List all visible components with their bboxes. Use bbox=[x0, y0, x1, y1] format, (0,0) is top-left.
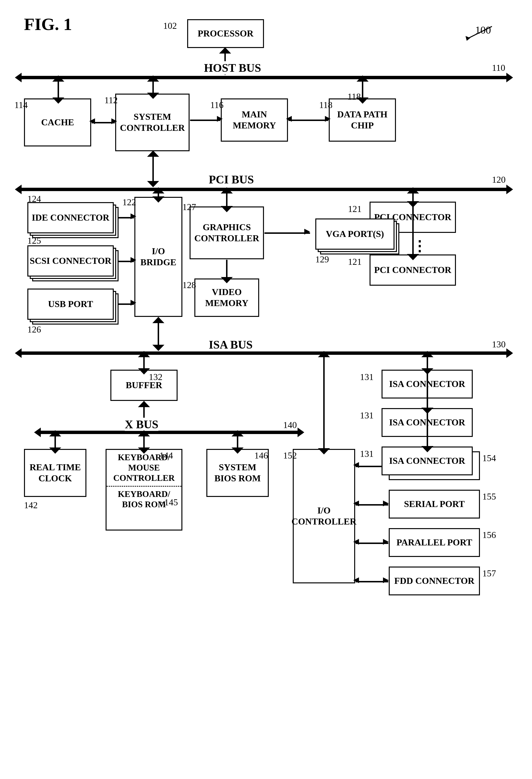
isa-con3-down bbox=[420, 445, 435, 453]
rtc-to-xbus-down bbox=[48, 447, 62, 454]
svg-marker-30 bbox=[221, 206, 233, 212]
svg-marker-23 bbox=[131, 214, 136, 219]
kbd-to-xbus-up bbox=[137, 430, 151, 437]
cache-to-hb-line bbox=[58, 79, 59, 99]
keyboard-mouse-box: KEYBOARD/ MOUSE CONTROLLER KEYBOARD/ BIO… bbox=[106, 449, 182, 531]
data-path-chip-box: DATA PATH CHIP bbox=[329, 99, 396, 142]
gc-to-vm-line bbox=[226, 260, 227, 279]
svg-marker-11 bbox=[356, 75, 369, 82]
sp2-num: 155 bbox=[482, 491, 496, 502]
svg-marker-52 bbox=[318, 351, 330, 357]
iob-to-isa-arrow-up bbox=[151, 316, 165, 323]
svg-marker-6 bbox=[111, 118, 117, 124]
svg-marker-31 bbox=[221, 277, 233, 283]
svg-marker-38 bbox=[15, 348, 21, 358]
main-memory-num: 116 bbox=[210, 100, 224, 110]
svg-marker-47 bbox=[49, 447, 61, 454]
graphics-controller-box: GRAPHICS CONTROLLER bbox=[190, 206, 264, 259]
ioctrl-to-isa-up bbox=[317, 351, 331, 358]
mm-to-dpc-arrow-l bbox=[285, 115, 293, 122]
x-bus-num: 140 bbox=[283, 420, 297, 430]
serial-port2-box: SERIAL PORT bbox=[389, 490, 480, 519]
cache-to-hb-arrow-down bbox=[51, 97, 66, 104]
bios-to-xbus-down bbox=[230, 447, 245, 454]
video-memory-num: 128 bbox=[182, 280, 196, 290]
host-bus-label: HOST BUS bbox=[204, 61, 261, 74]
svg-marker-41 bbox=[138, 368, 150, 374]
isa-con3-num: 131 bbox=[360, 448, 374, 459]
arrow-100 bbox=[449, 19, 497, 43]
gc-to-pci-up bbox=[219, 187, 234, 194]
kbdbios-num: ~145 bbox=[159, 497, 178, 507]
io-bridge-num: 122 bbox=[122, 197, 136, 207]
ide-to-iob-arrow-r bbox=[130, 213, 137, 220]
svg-marker-56 bbox=[383, 500, 389, 506]
ioctrl-to-isa-down bbox=[317, 448, 331, 455]
iob-to-pci-down bbox=[151, 196, 165, 203]
svg-marker-55 bbox=[353, 462, 359, 468]
svg-marker-43 bbox=[138, 401, 150, 407]
isa-bus-bar bbox=[19, 351, 511, 355]
isa-con1-num: 131 bbox=[360, 372, 374, 382]
svg-marker-1 bbox=[466, 36, 470, 41]
x-bus-bar bbox=[39, 431, 303, 434]
svg-marker-53 bbox=[318, 448, 330, 455]
host-bus-right-arrow bbox=[502, 71, 514, 83]
pci-connector2-num: 121 bbox=[348, 256, 361, 267]
processor-box: PROCESSOR bbox=[187, 19, 264, 48]
svg-marker-3 bbox=[219, 47, 231, 54]
svg-marker-36 bbox=[152, 345, 164, 351]
isa-con3-vert bbox=[427, 355, 428, 448]
figure-label: FIG. 1 bbox=[24, 14, 72, 34]
ide-connector-box: IDE CONNECTOR bbox=[27, 202, 114, 233]
svg-marker-7 bbox=[89, 118, 95, 124]
mm-to-dpc-arrow-r bbox=[324, 115, 331, 122]
x-bus-left-arrow bbox=[34, 426, 46, 438]
pp-to-ioctrl-arrow-r bbox=[382, 538, 389, 545]
host-bus-left-arrow bbox=[14, 71, 26, 83]
cache-to-hb-arrow-up bbox=[51, 75, 66, 82]
svg-marker-45 bbox=[297, 428, 304, 437]
pci-bus-right-arrow bbox=[502, 183, 514, 195]
graphics-num: 127 bbox=[182, 202, 196, 212]
svg-marker-57 bbox=[353, 500, 359, 506]
svg-marker-15 bbox=[52, 75, 64, 82]
pci-connector1-num: 121 bbox=[348, 203, 361, 214]
svg-marker-4 bbox=[15, 73, 21, 82]
svg-marker-61 bbox=[353, 577, 359, 583]
isa-bus-label: ISA BUS bbox=[209, 338, 253, 351]
sc-to-hb-arrow-up bbox=[146, 75, 160, 82]
ioctrl-to-isa-line bbox=[323, 355, 325, 450]
svg-marker-50 bbox=[231, 430, 244, 436]
svg-marker-44 bbox=[34, 428, 41, 437]
svg-marker-16 bbox=[52, 98, 64, 104]
main-memory-box: MAIN MEMORY bbox=[221, 99, 288, 142]
usb-port-box: USB PORT bbox=[27, 289, 114, 320]
sp1-num: 154 bbox=[482, 453, 496, 463]
svg-marker-17 bbox=[147, 181, 159, 187]
svg-marker-32 bbox=[304, 229, 310, 235]
svg-marker-27 bbox=[131, 300, 136, 306]
svg-marker-58 bbox=[383, 539, 389, 545]
gc-to-vga-arrow bbox=[303, 228, 311, 235]
fdd-to-ioctrl-arrow-l bbox=[353, 577, 360, 584]
cache-box: CACHE bbox=[24, 99, 91, 146]
pci-bus-label: PCI BUS bbox=[209, 173, 254, 186]
parallel-port-box: PARALLEL PORT bbox=[389, 528, 480, 557]
pci-bus-left-arrow bbox=[14, 183, 26, 195]
svg-marker-35 bbox=[407, 254, 419, 260]
sc-to-mm-arrow bbox=[216, 115, 223, 122]
sp2-to-ioctrl-arrow-l bbox=[353, 500, 360, 507]
svg-marker-37 bbox=[152, 317, 164, 323]
bios-to-xbus-up bbox=[230, 430, 245, 437]
isa-con2-num: 131 bbox=[360, 410, 374, 421]
pci-bus-num: 120 bbox=[492, 174, 506, 185]
svg-marker-60 bbox=[383, 577, 389, 583]
vga-ports-num: 129 bbox=[315, 254, 329, 264]
svg-marker-40 bbox=[138, 351, 150, 357]
svg-marker-46 bbox=[49, 430, 61, 436]
rtc-to-xbus-up bbox=[48, 430, 62, 437]
cache-to-sc-arrow-r bbox=[110, 118, 118, 125]
scsi-to-iob-arrow-r bbox=[130, 256, 137, 263]
fdd-num: 157 bbox=[482, 568, 496, 579]
